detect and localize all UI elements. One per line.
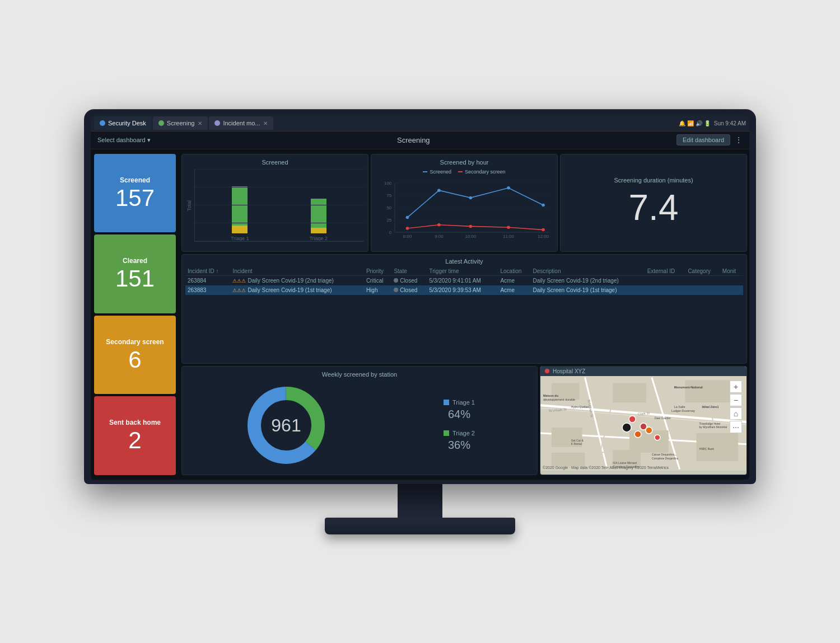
svg-text:25: 25 [386, 218, 391, 223]
legend-screened: Screened [423, 169, 451, 175]
screened-chart-title: Screened [186, 159, 363, 166]
bar-seg-green-2 [311, 199, 326, 228]
donut-panel: Weekly screened by station [181, 366, 538, 475]
screening-duration-panel: Screening duration (minutes) 7.4 [560, 154, 747, 252]
cell-category-1 [685, 275, 720, 285]
svg-text:0: 0 [389, 230, 392, 235]
svg-rect-40 [613, 383, 646, 402]
svg-text:Complexe Desjardins: Complexe Desjardins [652, 457, 679, 459]
svg-text:50: 50 [386, 205, 391, 210]
cell-priority-2: High [364, 285, 392, 295]
svg-text:IGA Louise Ménard: IGA Louise Ménard [613, 461, 637, 464]
svg-text:Deer Garden: Deer Garden [655, 417, 671, 420]
tab-icon-incident [214, 120, 220, 126]
svg-point-17 [406, 215, 409, 219]
activity-title: Latest Activity [185, 258, 743, 265]
main-content: Screened Total [179, 149, 749, 480]
stat-label-screened: Screened [120, 176, 150, 184]
svg-point-54 [646, 426, 652, 433]
monitor-wrapper: Security Desk Screening ✕ Incident mo...… [84, 109, 756, 534]
donut-legend-label-triage1: Triage 1 [444, 399, 475, 406]
state-dot-2 [394, 288, 398, 292]
svg-point-21 [542, 203, 545, 206]
svg-rect-41 [685, 380, 730, 402]
map-panel: Hospital XYZ [540, 366, 747, 475]
grid-line-2 [195, 187, 363, 187]
stat-cards: Screened 157 Cleared 151 Secondary scree… [91, 149, 179, 480]
svg-point-23 [437, 223, 441, 227]
tab-label-screening: Screening [167, 120, 195, 126]
donut-svg-wrapper: 961 [244, 383, 328, 467]
svg-text:Get Car &: Get Car & [571, 439, 584, 442]
stat-card-sent-back: Sent back home 2 [94, 396, 176, 475]
stat-card-screened: Screened 157 [94, 154, 176, 233]
map-more-button[interactable]: ··· [730, 421, 742, 433]
taskbar-time: Sun 9:42 AM [714, 120, 746, 126]
cell-state-1: Closed [391, 275, 427, 285]
screened-bar-chart-panel: Screened Total [181, 154, 368, 252]
bar-label-triage1: Triage 1 [231, 236, 249, 241]
grid-lines [195, 169, 363, 241]
cell-id-1: 263884 [185, 275, 230, 285]
legend-secondary: Secondary screen [458, 169, 506, 175]
map-title: Hospital XYZ [553, 368, 585, 374]
cell-desc-2: Daily Screen Covid-19 (1st triage) [530, 285, 645, 295]
tab-close-incident[interactable]: ✕ [263, 120, 268, 126]
tab-close-screening[interactable]: ✕ [198, 120, 202, 126]
grid-line-4 [195, 223, 363, 223]
top-charts: Screened Total [181, 154, 747, 252]
donut-legend-label-triage2: Triage 2 [444, 430, 475, 437]
stat-label-cleared: Cleared [123, 257, 147, 265]
svg-text:Monument-National: Monument-National [674, 386, 703, 389]
svg-text:Maison du: Maison du [543, 394, 558, 397]
svg-point-50 [629, 416, 636, 423]
stat-card-cleared: Cleared 151 [94, 234, 176, 313]
screened-by-hour-title: Screened by hour [376, 159, 553, 166]
stat-label-sent-back: Sent back home [109, 419, 161, 426]
map-svg: St Urbain St Clark St St Urbain St [540, 376, 746, 471]
tab-security-desk[interactable]: Security Desk [94, 116, 152, 130]
map-home-button[interactable]: ⌂ [730, 407, 742, 420]
col-external-id: External ID [645, 267, 686, 276]
cell-trigger-1: 5/3/2020 9:41:01 AM [427, 275, 498, 285]
edit-dashboard-button[interactable]: Edit dashboard [676, 134, 730, 146]
cell-priority-1: Critical [364, 275, 392, 285]
svg-point-55 [655, 434, 660, 440]
more-options-icon[interactable]: ⋮ [735, 135, 743, 144]
svg-text:développement durable: développement durable [543, 398, 575, 401]
col-category: Category [685, 267, 720, 276]
screening-duration-title: Screening duration (minutes) [614, 177, 693, 184]
tab-screening[interactable]: Screening ✕ [153, 116, 208, 130]
map-zoom-out-button[interactable]: − [730, 394, 742, 406]
line-chart-svg: 100 75 50 25 0 8:00 9:00 10:00 11:00 12 [376, 177, 553, 238]
svg-text:100: 100 [384, 181, 392, 186]
tab-incident[interactable]: Incident mo... ✕ [209, 116, 273, 130]
map-title-dot [545, 369, 549, 373]
legend-square-triage2 [444, 430, 449, 436]
incident-icon-1: ⚠⚠⚠ [232, 278, 246, 284]
incident-icon-2: ⚠⚠⚠ [232, 288, 246, 293]
stat-value-screened: 157 [115, 186, 155, 210]
monitor-screen: Security Desk Screening ✕ Incident mo...… [91, 116, 749, 480]
cell-location-2: Acme [498, 285, 530, 295]
cell-ext-id-1 [645, 275, 686, 285]
dashboard-select[interactable]: Select dashboard ▾ [97, 137, 151, 144]
svg-point-26 [542, 228, 545, 231]
monitor-body: Security Desk Screening ✕ Incident mo...… [84, 109, 756, 484]
col-description: Description [530, 267, 645, 276]
bar-group-triage1: Triage 1 [231, 186, 249, 241]
dashboard: Screened 157 Cleared 151 Secondary scree… [91, 149, 749, 480]
stat-label-secondary: Secondary screen [106, 338, 164, 346]
bar-stack-triage2 [311, 199, 326, 233]
legend-dot-screened [423, 171, 427, 172]
cell-state-2: Closed [391, 285, 427, 295]
map-zoom-in-button[interactable]: + [730, 381, 742, 393]
tab-icon-screening [158, 120, 164, 126]
cell-incident-1: ⚠⚠⚠Daily Screen Covid-19 (2nd triage) [230, 275, 363, 285]
donut-legend-item-triage1: Triage 1 64% [444, 399, 475, 421]
top-bar: Select dashboard ▾ Screening Edit dashbo… [91, 132, 749, 149]
cell-location-1: Acme [498, 275, 530, 285]
donut-center-text: 961 [271, 415, 301, 436]
tab-label-incident: Incident mo... [223, 120, 260, 126]
bar-seg-yellow-2 [311, 228, 326, 233]
